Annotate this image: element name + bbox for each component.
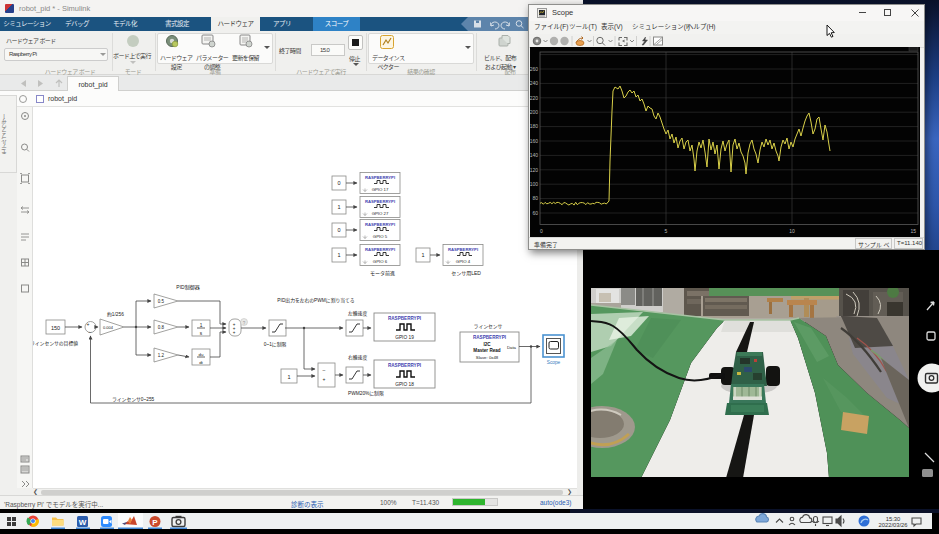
- svg-text:PID出力を左右のPWMに割り当てる: PID出力を左右のPWMに割り当てる: [277, 297, 354, 304]
- svg-text:W: W: [79, 518, 87, 527]
- svg-text:2022/03/26: 2022/03/26: [878, 522, 907, 528]
- svg-text:右輪速度: 右輪速度: [348, 354, 367, 361]
- svg-text:P: P: [152, 518, 158, 527]
- svg-text:Master Read: Master Read: [473, 348, 501, 353]
- svg-text:PWM20%に制限: PWM20%に制限: [348, 390, 384, 397]
- svg-text:0.5: 0.5: [158, 299, 165, 304]
- svg-text:–: –: [89, 329, 92, 335]
- svg-text:RASPBERRYPI: RASPBERRYPI: [473, 335, 506, 340]
- svg-text:200: 200: [530, 109, 538, 115]
- svg-text:15: 15: [910, 228, 916, 234]
- svg-text:0: 0: [337, 227, 340, 233]
- svg-text:100: 100: [530, 181, 538, 187]
- svg-text:GPIO 18: GPIO 18: [395, 382, 414, 387]
- svg-text:60: 60: [532, 210, 538, 216]
- svg-text:120: 120: [530, 167, 538, 173]
- svg-text:約1/256: 約1/256: [107, 311, 124, 318]
- svg-text:160: 160: [530, 138, 538, 144]
- svg-text:1: 1: [421, 252, 424, 258]
- svg-text:5: 5: [665, 228, 668, 234]
- svg-text:0: 0: [337, 180, 340, 186]
- svg-text:センサ用LED: センサ用LED: [451, 270, 481, 277]
- svg-text:1: 1: [200, 323, 203, 328]
- svg-text:+: +: [323, 376, 326, 382]
- svg-text:260: 260: [530, 66, 538, 72]
- svg-text:0~1に制限: 0~1に制限: [264, 341, 287, 348]
- svg-text:モータ前進: モータ前進: [370, 270, 395, 277]
- svg-text:+: +: [233, 330, 236, 335]
- svg-text:PID制御器: PID制御器: [176, 284, 199, 291]
- svg-text:15:30: 15:30: [886, 516, 901, 522]
- svg-text:ラインセンサ: ラインセンサ: [474, 324, 503, 330]
- svg-text:RASPBERRYPI: RASPBERRYPI: [388, 363, 421, 368]
- svg-text:0.004: 0.004: [103, 325, 114, 330]
- svg-text:220: 220: [530, 95, 538, 101]
- svg-text:GPIO 5: GPIO 5: [373, 234, 388, 239]
- svg-text:1: 1: [337, 204, 340, 210]
- svg-text:1.2: 1.2: [158, 353, 165, 358]
- svg-text:GPIO 4: GPIO 4: [456, 259, 471, 264]
- svg-text:150: 150: [51, 325, 60, 331]
- svg-text:du: du: [199, 352, 204, 357]
- svg-text:0: 0: [540, 228, 543, 234]
- svg-text:GPIO 19: GPIO 19: [395, 335, 414, 340]
- svg-text:–: –: [323, 367, 326, 373]
- svg-text:GPIO 27: GPIO 27: [372, 211, 389, 216]
- svg-text:GPIO 6: GPIO 6: [373, 259, 388, 264]
- svg-text:ラインセンサ0~255: ラインセンサ0~255: [112, 397, 155, 403]
- svg-text:左輪速度: 左輪速度: [348, 310, 367, 317]
- svg-text:GPIO 17: GPIO 17: [372, 187, 389, 192]
- svg-text:140: 140: [530, 152, 538, 158]
- svg-text:240: 240: [530, 80, 538, 86]
- svg-text:10: 10: [789, 228, 795, 234]
- svg-text:+: +: [87, 321, 90, 327]
- svg-text:0.8: 0.8: [158, 325, 165, 330]
- svg-text:Scope: Scope: [547, 360, 561, 365]
- svg-text:80: 80: [532, 195, 538, 201]
- svg-text:RASPBERRYPI: RASPBERRYPI: [388, 316, 421, 321]
- svg-text:Data: Data: [507, 345, 517, 350]
- svg-text:ラインセンサの目標値: ラインセンサの目標値: [33, 340, 78, 347]
- svg-text:1: 1: [337, 252, 340, 258]
- svg-text:1: 1: [287, 374, 290, 380]
- svg-text:I2C: I2C: [483, 342, 491, 347]
- svg-text:Slave: 0x48: Slave: 0x48: [476, 355, 499, 360]
- svg-text:180: 180: [530, 123, 538, 129]
